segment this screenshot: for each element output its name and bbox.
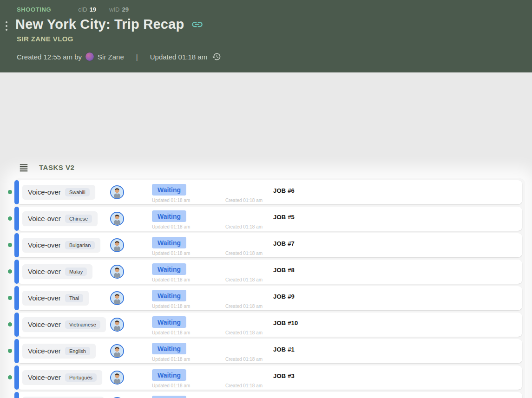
created-timestamp: Created 01:18 am	[225, 330, 263, 335]
task-name-chip[interactable]: Voice-over Thai	[22, 291, 89, 305]
assignee-avatar-image	[111, 186, 123, 198]
task-language-badge: Malay	[65, 268, 87, 276]
task-name: Voice-over	[28, 268, 61, 275]
status-button[interactable]: Waiting	[152, 210, 186, 222]
task-name-chip[interactable]: Voice-over English	[22, 344, 96, 358]
task-name: Voice-over	[28, 373, 61, 381]
assignee-avatar[interactable]	[110, 265, 124, 279]
job-number: JOB #7	[273, 240, 295, 247]
task-card[interactable]: Voice-over Vietnamese Waiting Updated 01…	[17, 313, 522, 337]
updated-timestamp: Updated 01:18 am	[152, 357, 190, 362]
updated-timestamp: Updated 01:18 am	[152, 304, 190, 309]
assignee-avatar[interactable]	[110, 291, 124, 305]
status-button[interactable]: Waiting	[152, 369, 186, 381]
active-status-dot	[8, 190, 12, 194]
task-color-bar	[14, 313, 19, 337]
status-button[interactable]: Waiting	[152, 290, 186, 301]
status-button[interactable]: Waiting	[152, 396, 186, 398]
job-number: JOB #3	[273, 372, 295, 379]
status-button[interactable]: Waiting	[152, 184, 186, 196]
author-name: Sir Zane	[98, 53, 124, 61]
assignee-avatar[interactable]	[110, 318, 124, 332]
link-icon[interactable]	[191, 18, 204, 31]
assignee-avatar[interactable]	[110, 238, 124, 252]
task-language-badge: Português	[65, 373, 97, 382]
assignee-avatar-image	[111, 213, 123, 225]
created-timestamp: Created 01:18 am	[225, 383, 263, 388]
task-language-badge: Thai	[65, 294, 83, 302]
created-timestamp: Created 01:18 am	[225, 277, 263, 282]
task-row: Voice-over Swahili Waiting Updated 01:18…	[0, 180, 532, 207]
active-status-dot	[8, 349, 12, 353]
task-name-chip[interactable]: Voice-over Português	[22, 370, 102, 385]
task-color-bar	[14, 365, 19, 390]
page-title: New York City: Trip Recap	[15, 17, 184, 32]
task-list: Voice-over Swahili Waiting Updated 01:18…	[0, 180, 532, 398]
task-row: Voice-over Bulgarian Waiting Updated 01:…	[0, 233, 532, 260]
task-color-bar	[14, 392, 19, 398]
task-language-badge: Vietnamese	[65, 320, 100, 329]
task-name: Voice-over	[28, 241, 61, 249]
active-status-dot	[8, 296, 12, 300]
task-language-badge: Bulgarian	[65, 241, 95, 249]
task-card[interactable]: Voice-over Indonesian Waiting Updated 01…	[17, 392, 522, 398]
task-name-chip[interactable]: Voice-over Bulgarian	[22, 238, 100, 252]
status-button[interactable]: Waiting	[152, 263, 186, 275]
task-card[interactable]: Voice-over Malay Waiting Updated 01:18 a…	[17, 260, 522, 284]
task-name: Voice-over	[28, 294, 61, 302]
created-timestamp: Created 01:18 am	[225, 304, 263, 309]
task-language-badge: Swahili	[65, 188, 90, 196]
list-icon	[19, 162, 29, 172]
updated-timestamp: Updated 01:18 am	[152, 198, 190, 203]
assignee-avatar[interactable]	[110, 371, 124, 385]
task-name-chip[interactable]: Voice-over Chinese	[22, 211, 98, 226]
created-meta-text: Created 12:55 am by	[17, 53, 82, 61]
stage-label: SHOOTING	[17, 6, 51, 13]
task-name-chip[interactable]: Voice-over Vietnamese	[22, 317, 106, 332]
status-button[interactable]: Waiting	[152, 316, 186, 328]
active-status-dot	[8, 243, 12, 247]
status-button[interactable]: Waiting	[152, 237, 186, 248]
assignee-avatar[interactable]	[110, 185, 124, 199]
task-card[interactable]: Voice-over Swahili Waiting Updated 01:18…	[17, 180, 522, 204]
title-row: New York City: Trip Recap	[15, 17, 204, 32]
channel-subtitle: SIR ZANE VLOG	[17, 35, 73, 43]
history-icon[interactable]	[212, 52, 221, 61]
job-number: JOB #9	[273, 293, 295, 300]
task-row: Voice-over Thai Waiting Updated 01:18 am…	[0, 286, 532, 313]
job-number: JOB #1	[273, 346, 295, 353]
task-card[interactable]: Voice-over Português Waiting Updated 01:…	[17, 365, 522, 390]
job-number: JOB #5	[273, 214, 295, 221]
job-number: JOB #6	[273, 187, 295, 194]
author-avatar[interactable]	[85, 52, 94, 61]
task-name-chip[interactable]: Voice-over Swahili	[22, 185, 95, 199]
assignee-avatar-image	[111, 292, 123, 304]
updated-timestamp: Updated 01:18 am	[152, 277, 190, 282]
assignee-avatar[interactable]	[110, 344, 124, 358]
cid-group: cID19	[78, 6, 96, 13]
kebab-menu-icon[interactable]	[6, 21, 7, 31]
updated-timestamp: Updated 01:18 am	[152, 251, 190, 256]
task-name: Voice-over	[28, 188, 61, 196]
active-status-dot	[8, 322, 12, 326]
updated-timestamp: Updated 01:18 am	[152, 383, 190, 388]
task-card[interactable]: Voice-over Chinese Waiting Updated 01:18…	[17, 207, 522, 231]
assignee-avatar[interactable]	[110, 212, 124, 226]
task-row: Voice-over English Waiting Updated 01:18…	[0, 339, 532, 365]
job-number: JOB #10	[273, 320, 298, 326]
task-language-badge: English	[65, 347, 90, 355]
task-name: Voice-over	[28, 215, 61, 222]
cid-value: 19	[90, 6, 96, 13]
active-status-dot	[8, 269, 12, 274]
task-color-bar	[14, 233, 19, 257]
task-card[interactable]: Voice-over Bulgarian Waiting Updated 01:…	[17, 233, 522, 257]
stage-row: SHOOTING cID19 wID29	[17, 6, 129, 13]
task-name-chip[interactable]: Voice-over Malay	[22, 264, 92, 279]
task-color-bar	[14, 339, 19, 363]
task-row: Voice-over Chinese Waiting Updated 01:18…	[0, 207, 532, 233]
tasks-section-header: TASKS V2	[19, 162, 74, 172]
task-card[interactable]: Voice-over English Waiting Updated 01:18…	[17, 339, 522, 363]
wid-label: wID	[109, 6, 119, 13]
task-card[interactable]: Voice-over Thai Waiting Updated 01:18 am…	[17, 286, 522, 310]
status-button[interactable]: Waiting	[152, 343, 186, 354]
